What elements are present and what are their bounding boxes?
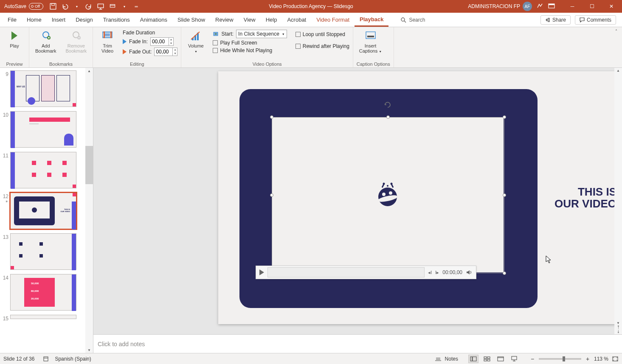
tab-transitions[interactable]: Transitions [98,13,135,27]
selection-handle[interactable] [270,193,273,197]
slide-title[interactable]: THIS IS OUR VIDEO [540,186,616,210]
insert-captions-button[interactable]: Insert Captions ▼ [357,29,384,55]
maximize-button[interactable]: ☐ [582,0,602,13]
close-button[interactable]: ✕ [602,0,621,13]
slide-sorter-view-button[interactable] [482,355,492,363]
share-button[interactable]: Share [540,15,571,25]
add-bookmark-button[interactable]: Add Bookmark [33,29,59,54]
zoom-in-button[interactable]: + [585,356,591,362]
qat-more-icon[interactable] [109,3,116,10]
thumbnail-scrollbar[interactable]: ▲ ▼ [85,68,93,353]
notes-button-label[interactable]: Notes [445,356,458,362]
slide-thumbnail-13[interactable]: 13 [1,233,91,270]
tab-view[interactable]: View [239,13,261,27]
next-slide-icon[interactable]: ⭳ [616,329,620,333]
editor-vertical-scrollbar[interactable]: ▲ ▼ ⭱ ⭳ [614,68,622,334]
tab-animations[interactable]: Animations [135,13,172,27]
step-back-button[interactable]: ◂Ⅰ [428,270,432,275]
normal-view-button[interactable] [468,355,478,363]
undo-icon[interactable] [61,3,69,10]
slide-canvas-area[interactable]: ◂Ⅰ Ⅰ▸ 00:00,00 THIS IS OUR VIDEO [93,68,622,334]
fade-in-input[interactable]: ▲▼ [150,37,174,46]
tab-home[interactable]: Home [22,13,47,27]
svg-rect-33 [487,357,490,358]
tab-file[interactable]: File [3,13,22,27]
slide-thumbnail-12[interactable]: 12✶ THIS ISOUR VIDEO [1,193,91,229]
tab-playback[interactable]: Playback [355,13,388,27]
hide-not-playing-checkbox[interactable]: Hide While Not Playing [213,48,287,53]
ribbon-display-icon[interactable] [548,3,555,10]
redo-icon[interactable] [85,3,93,10]
scroll-up-icon[interactable]: ▲ [616,69,620,73]
zoom-slider[interactable] [539,358,581,360]
autosave-toggle[interactable]: AutoSave Off [4,3,43,10]
coming-soon-icon[interactable] [536,2,544,11]
play-button[interactable]: Play [3,29,25,49]
scroll-up-icon[interactable]: ▲ [85,68,93,74]
comments-button[interactable]: Comments [575,15,616,25]
account-button[interactable]: ADMINISTRACION FP AF [468,2,532,11]
notes-pane[interactable]: Click to add notes [93,334,622,353]
video-volume-button[interactable] [466,269,473,276]
qat-customize-icon[interactable]: ═ [132,3,140,10]
slide-thumbnail-15[interactable]: 15 [1,315,91,322]
svg-rect-29 [44,357,48,361]
trim-video-button[interactable]: Trim Video [96,29,118,54]
tab-review[interactable]: Review [210,13,239,27]
tab-slideshow[interactable]: Slide Show [172,13,210,27]
selection-handle[interactable] [503,193,506,197]
slide-thumbnail-panel: 9 WHY US 10 [0,68,93,353]
slide-thumbnail-14[interactable]: 14 50,000 80,000 20,000 [1,274,91,311]
prev-slide-icon[interactable]: ⭱ [616,325,620,329]
fade-out-label: Fade Out: [129,49,152,55]
save-icon[interactable] [49,3,57,10]
tab-help[interactable]: Help [261,13,282,27]
chevron-down-icon: ▼ [194,50,197,53]
scroll-down-icon[interactable]: ▼ [616,321,620,325]
rotate-handle[interactable] [384,101,391,109]
svg-rect-35 [487,359,490,361]
tab-design[interactable]: Design [70,13,98,27]
svg-rect-1 [52,3,55,6]
tab-video-format[interactable]: Video Format [311,13,355,27]
slide-counter[interactable]: Slide 12 of 36 [3,356,34,362]
accessibility-icon[interactable] [43,356,49,362]
selection-handle[interactable] [503,115,506,119]
slide-thumbnail-10[interactable]: 10 [1,111,91,148]
zoom-value[interactable]: 113 % [594,356,608,362]
undo-dropdown-icon[interactable]: ▼ [73,3,81,10]
search-button[interactable]: Search [400,13,425,27]
insert-captions-icon [364,30,377,42]
rewind-checkbox[interactable]: Rewind after Playing [296,43,349,49]
selection-handle[interactable] [270,115,273,119]
fade-out-input[interactable]: ▲▼ [154,48,177,56]
step-forward-button[interactable]: Ⅰ▸ [435,270,439,275]
qat-dropdown-icon[interactable]: ▼ [121,3,128,10]
comments-icon [580,17,585,22]
start-combo[interactable]: In Click Sequence ▼ [236,30,287,38]
scroll-down-icon[interactable]: ▼ [85,347,93,353]
collapse-ribbon-icon[interactable]: ˄ [615,29,617,34]
fit-to-window-button[interactable] [612,356,619,362]
loop-checkbox[interactable]: Loop until Stopped [296,31,349,37]
zoom-out-button[interactable]: − [529,356,535,362]
minimize-button[interactable]: ─ [563,0,582,13]
user-name: ADMINISTRACION FP [468,3,520,9]
present-from-beginning-icon[interactable] [97,3,104,10]
slide-thumbnail-9[interactable]: 9 WHY US [1,70,91,107]
quick-access-toolbar: ▼ ▼ ═ [49,3,140,10]
reading-view-button[interactable] [495,355,506,363]
volume-button[interactable]: Volume▼ [185,29,207,55]
video-progress-track[interactable] [267,267,425,277]
tab-insert[interactable]: Insert [47,13,71,27]
play-fullscreen-checkbox[interactable]: Play Full Screen [213,40,287,46]
notes-toggle-icon[interactable] [435,356,442,361]
language-status[interactable]: Spanish (Spain) [55,356,91,362]
tab-acrobat[interactable]: Acrobat [282,13,311,27]
group-preview: Play Preview [0,27,29,67]
slide-thumbnail-11[interactable]: 11 [1,152,91,188]
video-play-button[interactable] [259,269,264,275]
selection-handle[interactable] [386,115,390,119]
slideshow-view-button[interactable] [509,355,519,363]
selection-handle[interactable] [503,272,506,275]
